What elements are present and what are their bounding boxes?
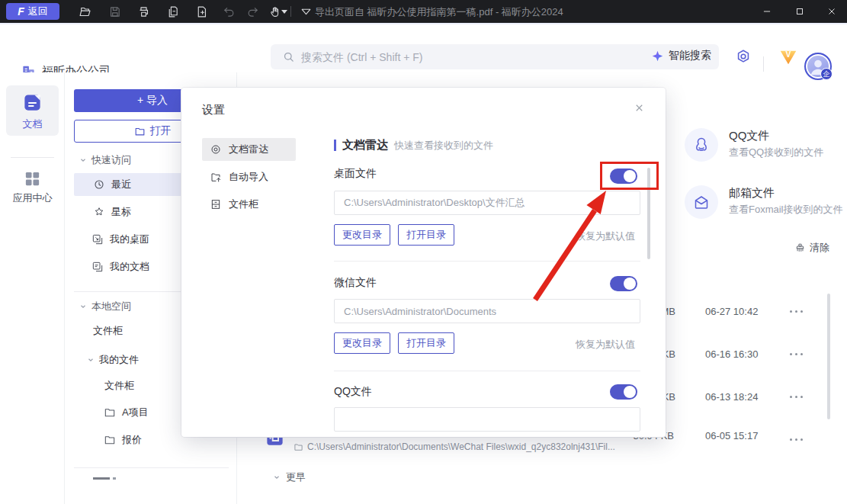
qq-files-card-subtitle: 查看QQ接收到的文件 bbox=[729, 146, 823, 159]
header-divider bbox=[763, 56, 764, 72]
svg-text:V: V bbox=[786, 50, 791, 59]
maximize-button[interactable] bbox=[789, 3, 810, 20]
my-files-label: 我的文件 bbox=[99, 353, 139, 367]
file-row-path: C:\Users\Administrator\Documents\WeChat … bbox=[294, 441, 615, 452]
file-row-date: 06-13 18:24 bbox=[705, 391, 758, 403]
hand-tool-icon[interactable] bbox=[266, 3, 283, 20]
tab-file-cabinet[interactable]: 文件柜 bbox=[202, 193, 296, 216]
smart-search-label: 智能搜索 bbox=[669, 49, 711, 63]
file-row-date: 06-16 16:30 bbox=[705, 348, 758, 360]
sidebar-item-cabinet-myfiles[interactable]: 文件柜 bbox=[104, 377, 134, 394]
folder-icon bbox=[104, 434, 116, 446]
tree-section-my-files[interactable]: 我的文件 bbox=[87, 353, 139, 367]
tab-document-radar[interactable]: 文档雷达 bbox=[202, 138, 296, 161]
change-directory-button[interactable]: 更改目录 bbox=[334, 332, 390, 354]
file-row-date: 06-05 15:17 bbox=[705, 430, 758, 441]
minimize-button[interactable] bbox=[756, 3, 778, 20]
more-options-button[interactable] bbox=[790, 349, 803, 358]
undo-icon[interactable] bbox=[220, 3, 237, 20]
app-grid-icon bbox=[24, 170, 41, 188]
more-options-button[interactable] bbox=[790, 435, 803, 444]
settings-gear-icon[interactable] bbox=[735, 48, 752, 65]
cabinet-myfiles-label: 文件柜 bbox=[104, 379, 134, 393]
mail-files-card-title[interactable]: 邮箱文件 bbox=[729, 186, 775, 201]
redo-icon[interactable] bbox=[244, 3, 261, 20]
tab-file-cabinet-label: 文件柜 bbox=[229, 197, 258, 211]
restore-default-link[interactable]: 恢复为默认值 bbox=[576, 338, 635, 352]
folder-icon bbox=[294, 442, 303, 452]
section-header: 文档雷达 快速查看接收到的文件 bbox=[334, 138, 493, 152]
hand-tool-dropdown-icon[interactable] bbox=[281, 10, 287, 14]
file-row-date: 06-27 10:42 bbox=[705, 306, 758, 317]
tab-auto-import[interactable]: 自动导入 bbox=[202, 165, 296, 188]
sidebar-my-desktop-label: 我的桌面 bbox=[110, 233, 149, 246]
open-directory-button[interactable]: 打开目录 bbox=[398, 332, 454, 354]
group-divider bbox=[334, 371, 640, 371]
earlier-section-toggle[interactable]: 更早 bbox=[273, 470, 306, 484]
tree-section-local-space[interactable]: 本地空间 bbox=[79, 300, 131, 313]
qq-files-toggle[interactable] bbox=[610, 384, 637, 400]
avatar[interactable]: 企 bbox=[804, 53, 832, 80]
mail-files-card-icon bbox=[685, 185, 718, 219]
clock-icon bbox=[93, 178, 105, 191]
chevron-down-icon bbox=[87, 356, 95, 364]
chevron-down-icon bbox=[273, 474, 281, 481]
clear-button[interactable]: 清除 bbox=[794, 241, 829, 255]
sidebar-item-cabinet-local[interactable]: 文件柜 bbox=[93, 323, 123, 339]
back-button[interactable]: F 返回 bbox=[6, 3, 59, 20]
close-window-button[interactable] bbox=[821, 3, 842, 20]
enterprise-badge: 企 bbox=[820, 68, 833, 80]
sidebar-item-folder-quote[interactable]: 报价 bbox=[104, 431, 142, 449]
open-directory-button[interactable]: 打开目录 bbox=[398, 224, 454, 246]
annotation-red-arrow bbox=[503, 179, 625, 309]
search-icon bbox=[282, 50, 295, 63]
extract-page-icon[interactable] bbox=[164, 3, 181, 20]
cabinet-local-label: 文件柜 bbox=[93, 324, 123, 338]
qq-files-card-title[interactable]: QQ文件 bbox=[729, 129, 769, 143]
add-page-icon[interactable] bbox=[193, 3, 210, 20]
earlier-label: 更早 bbox=[286, 470, 306, 484]
header: 福昕办公公司 智能搜索 V 企 bbox=[0, 23, 847, 72]
open-folder-icon bbox=[134, 126, 146, 137]
rail-app-center-label: 应用中心 bbox=[0, 191, 65, 205]
quick-access-label: 快速访问 bbox=[91, 153, 131, 167]
more-options-button[interactable] bbox=[790, 307, 803, 316]
documents-shortcut-icon bbox=[91, 261, 104, 273]
search-input[interactable] bbox=[301, 44, 591, 69]
clipped-item-fragment bbox=[93, 477, 110, 480]
smart-search-button[interactable]: 智能搜索 bbox=[651, 49, 711, 63]
desktop-files-label: 桌面文件 bbox=[334, 167, 377, 181]
qq-files-path-input[interactable] bbox=[334, 407, 640, 432]
save-icon[interactable] bbox=[106, 3, 123, 20]
rail-documents-label: 文档 bbox=[6, 117, 59, 131]
open-file-icon[interactable] bbox=[76, 3, 93, 20]
broom-icon bbox=[794, 242, 806, 254]
open-button-label: 打开 bbox=[150, 124, 172, 138]
tree-section-quick-access[interactable]: 快速访问 bbox=[79, 153, 131, 167]
search-bar: 智能搜索 bbox=[271, 44, 719, 69]
more-options-button[interactable] bbox=[790, 392, 803, 401]
main-scrollbar[interactable] bbox=[827, 294, 830, 419]
rail-item-app-center[interactable]: 应用中心 bbox=[0, 170, 65, 205]
qq-files-label: QQ文件 bbox=[334, 385, 372, 399]
envelope-icon bbox=[692, 193, 711, 211]
collapse-toolbar-icon[interactable] bbox=[297, 3, 314, 20]
document-title: 导出页面自 福昕办公使用指南第一稿.pdf - 福昕办公2024 bbox=[315, 5, 563, 19]
chevron-down-icon bbox=[79, 156, 87, 164]
document-icon bbox=[22, 92, 43, 113]
dialog-title: 设置 bbox=[202, 103, 225, 117]
rail-item-documents[interactable]: 文档 bbox=[6, 85, 59, 136]
ai-sparkle-icon bbox=[651, 50, 664, 63]
mail-files-card-subtitle: 查看Foxmail接收到的文件 bbox=[729, 203, 843, 217]
star-icon bbox=[93, 206, 105, 218]
section-accent-bar bbox=[334, 140, 336, 151]
section-subtitle: 快速查看接收到的文件 bbox=[394, 139, 493, 152]
vip-badge-icon[interactable]: V bbox=[777, 46, 800, 68]
left-rail: 文档 应用中心 bbox=[0, 72, 65, 504]
sidebar-item-folder-a-project[interactable]: A项目 bbox=[104, 403, 149, 422]
local-space-label: 本地空间 bbox=[91, 300, 131, 313]
close-dialog-button[interactable] bbox=[631, 100, 646, 115]
print-icon[interactable] bbox=[135, 3, 152, 20]
auto-import-icon bbox=[210, 171, 222, 183]
change-directory-button[interactable]: 更改目录 bbox=[334, 224, 390, 246]
